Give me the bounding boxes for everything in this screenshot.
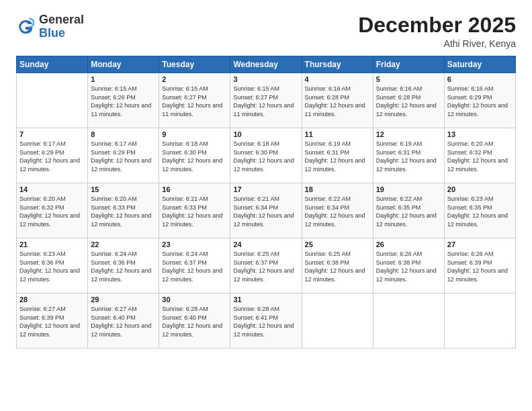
table-row: 10Sunrise: 6:18 AMSunset: 6:30 PMDayligh…	[230, 128, 302, 183]
day-number: 24	[233, 240, 298, 248]
day-number: 30	[162, 295, 227, 304]
day-info: Sunrise: 6:28 AMSunset: 6:40 PMDaylight:…	[162, 305, 227, 338]
day-info: Sunrise: 6:28 AMSunset: 6:41 PMDaylight:…	[233, 305, 298, 338]
day-info: Sunrise: 6:21 AMSunset: 6:34 PMDaylight:…	[233, 195, 298, 228]
day-info: Sunrise: 6:18 AMSunset: 6:30 PMDaylight:…	[162, 140, 227, 173]
table-row: 30Sunrise: 6:28 AMSunset: 6:40 PMDayligh…	[159, 293, 230, 349]
day-info: Sunrise: 6:25 AMSunset: 6:37 PMDaylight:…	[233, 250, 298, 283]
day-number: 5	[376, 75, 441, 83]
table-row: 17Sunrise: 6:21 AMSunset: 6:34 PMDayligh…	[230, 183, 302, 238]
day-number: 12	[376, 130, 441, 138]
day-info: Sunrise: 6:21 AMSunset: 6:33 PMDaylight:…	[162, 195, 227, 228]
table-row: 4Sunrise: 6:16 AMSunset: 6:28 PMDaylight…	[302, 73, 373, 128]
location: Athi River, Kenya	[358, 38, 516, 49]
day-info: Sunrise: 6:24 AMSunset: 6:37 PMDaylight:…	[162, 250, 227, 283]
day-info: Sunrise: 6:22 AMSunset: 6:34 PMDaylight:…	[305, 195, 370, 228]
table-row: 5Sunrise: 6:16 AMSunset: 6:28 PMDaylight…	[373, 73, 444, 128]
day-info: Sunrise: 6:15 AMSunset: 6:26 PMDaylight:…	[91, 85, 156, 118]
day-info: Sunrise: 6:16 AMSunset: 6:28 PMDaylight:…	[376, 85, 441, 118]
table-row: 29Sunrise: 6:27 AMSunset: 6:40 PMDayligh…	[88, 293, 159, 349]
table-row: 14Sunrise: 6:20 AMSunset: 6:32 PMDayligh…	[17, 183, 88, 238]
logo-blue-text: Blue	[39, 26, 65, 40]
calendar-week-5: 28Sunrise: 6:27 AMSunset: 6:39 PMDayligh…	[17, 293, 516, 349]
table-row: 25Sunrise: 6:25 AMSunset: 6:38 PMDayligh…	[302, 238, 373, 293]
day-number: 20	[447, 185, 513, 193]
table-row: 22Sunrise: 6:24 AMSunset: 6:36 PMDayligh…	[88, 238, 159, 293]
day-info: Sunrise: 6:23 AMSunset: 6:35 PMDaylight:…	[447, 195, 513, 228]
table-row: 11Sunrise: 6:19 AMSunset: 6:31 PMDayligh…	[302, 128, 373, 183]
day-number: 10	[233, 130, 298, 138]
day-number: 14	[19, 185, 85, 193]
table-row: 1Sunrise: 6:15 AMSunset: 6:26 PMDaylight…	[88, 73, 159, 128]
day-info: Sunrise: 6:20 AMSunset: 6:33 PMDaylight:…	[91, 195, 156, 228]
calendar-week-1: 1Sunrise: 6:15 AMSunset: 6:26 PMDaylight…	[17, 73, 516, 128]
day-number: 13	[447, 130, 513, 138]
weekday-header-row: Sunday Monday Tuesday Wednesday Thursday…	[17, 56, 516, 73]
day-number: 26	[376, 240, 441, 248]
day-number: 21	[19, 240, 85, 248]
day-info: Sunrise: 6:25 AMSunset: 6:38 PMDaylight:…	[305, 250, 370, 283]
table-row	[444, 293, 515, 349]
day-number: 9	[162, 130, 227, 138]
day-number: 2	[162, 75, 227, 83]
table-row: 3Sunrise: 6:15 AMSunset: 6:27 PMDaylight…	[230, 73, 302, 128]
header-monday: Monday	[88, 56, 159, 73]
day-info: Sunrise: 6:26 AMSunset: 6:38 PMDaylight:…	[376, 250, 441, 283]
day-info: Sunrise: 6:24 AMSunset: 6:36 PMDaylight:…	[91, 250, 156, 283]
day-number: 27	[447, 240, 513, 248]
table-row: 24Sunrise: 6:25 AMSunset: 6:37 PMDayligh…	[230, 238, 302, 293]
day-number: 29	[91, 295, 156, 304]
table-row: 20Sunrise: 6:23 AMSunset: 6:35 PMDayligh…	[444, 183, 515, 238]
calendar-week-2: 7Sunrise: 6:17 AMSunset: 6:29 PMDaylight…	[17, 128, 516, 183]
header-wednesday: Wednesday	[230, 56, 302, 73]
day-number: 7	[19, 130, 85, 138]
day-info: Sunrise: 6:27 AMSunset: 6:40 PMDaylight:…	[91, 305, 156, 338]
header-friday: Friday	[373, 56, 444, 73]
day-info: Sunrise: 6:15 AMSunset: 6:27 PMDaylight:…	[233, 85, 298, 118]
table-row: 6Sunrise: 6:16 AMSunset: 6:29 PMDaylight…	[444, 73, 515, 128]
table-row	[302, 293, 373, 349]
day-number: 4	[305, 75, 370, 83]
table-row: 15Sunrise: 6:20 AMSunset: 6:33 PMDayligh…	[88, 183, 159, 238]
day-info: Sunrise: 6:23 AMSunset: 6:36 PMDaylight:…	[19, 250, 85, 283]
logo-text: General Blue	[39, 13, 84, 40]
table-row: 2Sunrise: 6:15 AMSunset: 6:27 PMDaylight…	[159, 73, 230, 128]
month-title: December 2025	[358, 13, 516, 37]
day-info: Sunrise: 6:20 AMSunset: 6:32 PMDaylight:…	[19, 195, 85, 228]
day-number: 16	[162, 185, 227, 193]
day-number: 25	[305, 240, 370, 248]
day-number: 17	[233, 185, 298, 193]
day-info: Sunrise: 6:19 AMSunset: 6:31 PMDaylight:…	[305, 140, 370, 173]
day-info: Sunrise: 6:17 AMSunset: 6:29 PMDaylight:…	[91, 140, 156, 173]
day-number: 31	[233, 295, 298, 304]
table-row: 7Sunrise: 6:17 AMSunset: 6:29 PMDaylight…	[17, 128, 88, 183]
day-number: 19	[376, 185, 441, 193]
table-row: 13Sunrise: 6:20 AMSunset: 6:32 PMDayligh…	[444, 128, 515, 183]
table-row: 8Sunrise: 6:17 AMSunset: 6:29 PMDaylight…	[88, 128, 159, 183]
day-info: Sunrise: 6:17 AMSunset: 6:29 PMDaylight:…	[19, 140, 85, 173]
day-info: Sunrise: 6:16 AMSunset: 6:29 PMDaylight:…	[447, 85, 513, 118]
header-tuesday: Tuesday	[159, 56, 230, 73]
table-row: 28Sunrise: 6:27 AMSunset: 6:39 PMDayligh…	[17, 293, 88, 349]
table-row: 16Sunrise: 6:21 AMSunset: 6:33 PMDayligh…	[159, 183, 230, 238]
page: General Blue December 2025 Athi River, K…	[0, 0, 532, 411]
day-number: 18	[305, 185, 370, 193]
day-number: 1	[91, 75, 156, 83]
day-info: Sunrise: 6:27 AMSunset: 6:39 PMDaylight:…	[19, 305, 85, 338]
day-number: 23	[162, 240, 227, 248]
day-info: Sunrise: 6:16 AMSunset: 6:28 PMDaylight:…	[305, 85, 370, 118]
header-thursday: Thursday	[302, 56, 373, 73]
day-number: 8	[91, 130, 156, 138]
table-row: 21Sunrise: 6:23 AMSunset: 6:36 PMDayligh…	[17, 238, 88, 293]
day-number: 28	[19, 295, 85, 304]
day-number: 6	[447, 75, 513, 83]
table-row	[17, 73, 88, 128]
header-sunday: Sunday	[17, 56, 88, 73]
header: General Blue December 2025 Athi River, K…	[16, 13, 516, 49]
table-row: 23Sunrise: 6:24 AMSunset: 6:37 PMDayligh…	[159, 238, 230, 293]
header-saturday: Saturday	[444, 56, 515, 73]
day-number: 22	[91, 240, 156, 248]
table-row: 26Sunrise: 6:26 AMSunset: 6:38 PMDayligh…	[373, 238, 444, 293]
day-info: Sunrise: 6:15 AMSunset: 6:27 PMDaylight:…	[162, 85, 227, 118]
day-info: Sunrise: 6:19 AMSunset: 6:31 PMDaylight:…	[376, 140, 441, 173]
